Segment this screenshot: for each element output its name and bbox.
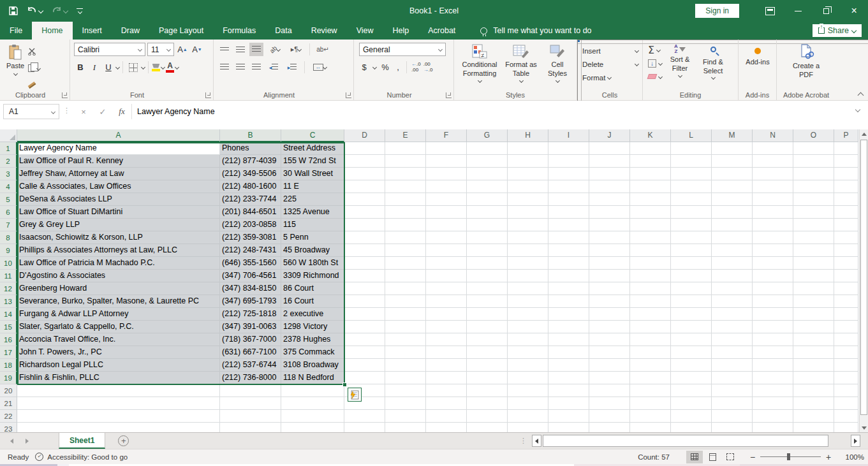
row-header-12[interactable]: 12 — [0, 282, 17, 295]
cell-B18[interactable]: (212) 537-6744 — [220, 359, 281, 372]
cell-K19[interactable] — [630, 372, 671, 384]
cell-M14[interactable] — [712, 308, 753, 321]
cell-K8[interactable] — [630, 231, 671, 244]
undo-dropdown-icon[interactable] — [38, 8, 43, 13]
row-header-18[interactable]: 18 — [0, 359, 17, 372]
cell-H20[interactable] — [508, 384, 548, 397]
next-sheet-icon[interactable] — [19, 433, 34, 449]
cell-J13[interactable] — [589, 295, 630, 308]
cell-F1[interactable] — [426, 142, 467, 155]
cell-B14[interactable]: (212) 725-1818 — [220, 308, 281, 321]
cell-L19[interactable] — [671, 372, 712, 384]
cell-D5[interactable] — [344, 193, 385, 206]
row-header-3[interactable]: 3 — [0, 168, 17, 180]
close-button[interactable]: × — [840, 0, 868, 22]
cell-H9[interactable] — [508, 244, 548, 257]
cell-M10[interactable] — [712, 257, 753, 270]
row-header-16[interactable]: 16 — [0, 333, 17, 346]
cell-I6[interactable] — [548, 206, 589, 219]
cell-B20[interactable] — [220, 384, 281, 397]
customize-quick-access-icon[interactable] — [77, 8, 83, 13]
cell-H4[interactable] — [508, 180, 548, 193]
cell-P4[interactable] — [834, 180, 858, 193]
cell-E9[interactable] — [385, 244, 426, 257]
cell-K23[interactable] — [630, 423, 671, 432]
cell-H15[interactable] — [508, 321, 548, 333]
cell-A19[interactable]: Fishlin & Fishlin, PLLC — [17, 372, 220, 384]
cell-I9[interactable] — [548, 244, 589, 257]
zoom-out-button[interactable]: − — [747, 452, 758, 462]
cell-A7[interactable]: Grey & Grey LLP — [17, 219, 220, 231]
cell-F3[interactable] — [426, 168, 467, 180]
cell-C17[interactable]: 375 Commack — [281, 346, 344, 359]
borders-button[interactable] — [126, 61, 140, 74]
cell-I4[interactable] — [548, 180, 589, 193]
cell-E15[interactable] — [385, 321, 426, 333]
cell-P18[interactable] — [834, 359, 858, 372]
tell-me-search[interactable]: Tell me what you want to do — [480, 22, 591, 40]
vertical-scrollbar[interactable] — [859, 129, 868, 432]
cell-N6[interactable] — [753, 206, 793, 219]
cell-J7[interactable] — [589, 219, 630, 231]
find-select-button[interactable]: Find & Select — [696, 43, 730, 89]
cell-C19[interactable]: 118 N Bedford — [281, 372, 344, 384]
ribbon-tab-review[interactable]: Review — [302, 22, 347, 40]
cell-I17[interactable] — [548, 346, 589, 359]
cell-L6[interactable] — [671, 206, 712, 219]
vertical-scrollbar-thumb[interactable] — [860, 140, 867, 415]
cell-B17[interactable]: (631) 667-7100 — [220, 346, 281, 359]
cell-I5[interactable] — [548, 193, 589, 206]
column-header-M[interactable]: M — [712, 129, 753, 142]
cell-E22[interactable] — [385, 410, 426, 423]
column-header-B[interactable]: B — [220, 129, 281, 142]
expand-formula-bar-icon[interactable] — [856, 108, 865, 112]
cell-O18[interactable] — [793, 359, 834, 372]
cell-I18[interactable] — [548, 359, 589, 372]
cell-K17[interactable] — [630, 346, 671, 359]
underline-dropdown-icon[interactable] — [115, 65, 120, 69]
clear-button[interactable] — [647, 71, 663, 82]
cell-F22[interactable] — [426, 410, 467, 423]
column-header-C[interactable]: C — [281, 129, 344, 142]
cell-F6[interactable] — [426, 206, 467, 219]
cell-A17[interactable]: John T. Powers, Jr., PC — [17, 346, 220, 359]
row-header-1[interactable]: 1 — [0, 142, 17, 155]
page-layout-view-button[interactable] — [704, 451, 721, 463]
cell-A12[interactable]: Greenberg Howard — [17, 282, 220, 295]
cell-I8[interactable] — [548, 231, 589, 244]
cell-B16[interactable]: (718) 367-7000 — [220, 333, 281, 346]
cell-H6[interactable] — [508, 206, 548, 219]
cell-K11[interactable] — [630, 270, 671, 282]
cell-O8[interactable] — [793, 231, 834, 244]
cell-C16[interactable]: 2378 Hughes — [281, 333, 344, 346]
cell-E16[interactable] — [385, 333, 426, 346]
cell-N7[interactable] — [753, 219, 793, 231]
scroll-up-icon[interactable] — [860, 129, 868, 138]
column-header-F[interactable]: F — [426, 129, 467, 142]
cell-K5[interactable] — [630, 193, 671, 206]
align-right-button[interactable] — [249, 61, 263, 74]
ribbon-display-options-button[interactable] — [756, 0, 784, 22]
cell-P20[interactable] — [834, 384, 858, 397]
cell-B6[interactable]: (201) 844-6501 — [220, 206, 281, 219]
cell-I16[interactable] — [548, 333, 589, 346]
cell-M17[interactable] — [712, 346, 753, 359]
cell-M18[interactable] — [712, 359, 753, 372]
column-header-K[interactable]: K — [630, 129, 671, 142]
cell-O7[interactable] — [793, 219, 834, 231]
cell-O2[interactable] — [793, 155, 834, 168]
cell-N11[interactable] — [753, 270, 793, 282]
ribbon-tab-view[interactable]: View — [347, 22, 383, 40]
cell-M8[interactable] — [712, 231, 753, 244]
cell-K18[interactable] — [630, 359, 671, 372]
cell-K7[interactable] — [630, 219, 671, 231]
cell-G14[interactable] — [467, 308, 508, 321]
cell-I3[interactable] — [548, 168, 589, 180]
cell-L20[interactable] — [671, 384, 712, 397]
cell-A22[interactable] — [17, 410, 220, 423]
cell-P2[interactable] — [834, 155, 858, 168]
cell-C11[interactable]: 3309 Richmond — [281, 270, 344, 282]
create-pdf-button[interactable]: Create a PDF — [781, 43, 832, 81]
row-header-9[interactable]: 9 — [0, 244, 17, 257]
previous-sheet-icon[interactable] — [4, 433, 19, 449]
